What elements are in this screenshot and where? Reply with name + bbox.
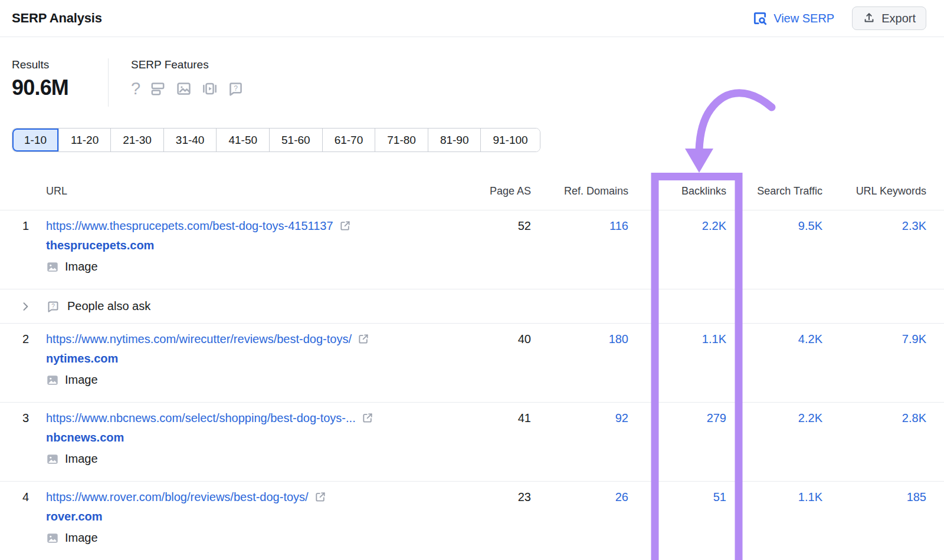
result-domain-link[interactable]: nytimes.com (46, 352, 118, 365)
row-rank: 2 (0, 324, 34, 346)
page-as-value: 52 (454, 210, 531, 233)
result-domain-link[interactable]: nbcnews.com (46, 431, 124, 444)
image-feature-icon (46, 453, 59, 466)
backlinks-value[interactable]: 1.1K (628, 324, 726, 346)
page-tab-81-90[interactable]: 81-90 (428, 129, 481, 151)
search-traffic-value[interactable]: 2.2K (726, 403, 822, 425)
image-feature-label: Image (65, 452, 98, 466)
column-header-page-as: Page AS (454, 185, 531, 197)
result-url-link[interactable]: https://www.nytimes.com/wirecutter/revie… (46, 332, 352, 346)
external-link-icon[interactable] (358, 333, 369, 345)
search-traffic-value[interactable]: 1.1K (726, 482, 822, 504)
export-label: Export (881, 12, 916, 25)
image-feature-label: Image (65, 373, 98, 387)
result-url-link[interactable]: https://www.thesprucepets.com/best-dog-t… (46, 219, 333, 233)
page-tab-91-100[interactable]: 91-100 (480, 129, 539, 151)
external-link-icon[interactable] (339, 220, 351, 232)
column-header-ref-domains: Ref. Domains (531, 185, 628, 197)
row-rank: 4 (0, 482, 34, 504)
image-pack-icon (175, 80, 192, 97)
serp-features-block: SERP Features ? (109, 58, 244, 107)
image-feature-label: Image (65, 531, 98, 545)
image-feature-icon (46, 261, 59, 274)
view-serp-label: View SERP (773, 12, 834, 25)
page-title: SERP Analysis (12, 11, 102, 26)
top-bar-actions: View SERP Export (752, 6, 926, 30)
view-serp-icon (752, 11, 768, 26)
people-also-ask-icon: ? (227, 80, 244, 97)
external-link-icon[interactable] (362, 412, 373, 424)
search-traffic-value[interactable]: 4.2K (726, 324, 822, 346)
result-url-link[interactable]: https://www.rover.com/blog/reviews/best-… (46, 490, 309, 504)
export-button[interactable]: Export (852, 6, 926, 30)
ref-domains-value[interactable]: 116 (531, 210, 628, 233)
page-tab-51-60[interactable]: 51-60 (269, 129, 322, 151)
page-tab-11-20[interactable]: 11-20 (58, 129, 110, 151)
annotation-arrowhead (685, 149, 713, 173)
external-link-icon[interactable] (314, 491, 326, 503)
serp-analysis-page: SERP Analysis View SERP (0, 0, 944, 560)
page-as-value: 40 (454, 324, 531, 346)
page-tab-61-70[interactable]: 61-70 (322, 129, 375, 151)
results-label: Results (12, 58, 108, 71)
row-rank: 1 (0, 210, 34, 233)
backlinks-value[interactable]: 51 (628, 482, 726, 504)
serp-pagination: 1-10 11-20 21-30 31-40 41-50 51-60 61-70… (12, 128, 540, 152)
url-keywords-value[interactable]: 7.9K (822, 324, 944, 346)
table-row: 2 https://www.nytimes.com/wirecutter/rev… (0, 324, 944, 403)
svg-text:?: ? (234, 84, 238, 92)
page-tab-31-40[interactable]: 31-40 (163, 129, 217, 151)
result-domain-link[interactable]: thesprucepets.com (46, 239, 154, 252)
ref-domains-value[interactable]: 180 (531, 324, 628, 346)
image-feature-label: Image (65, 260, 98, 274)
result-url-link[interactable]: https://www.nbcnews.com/select/shopping/… (46, 411, 356, 425)
row-rank: 3 (0, 403, 34, 425)
table-header-row: URL Page AS Ref. Domains Backlinks Searc… (0, 172, 944, 210)
ref-domains-value[interactable]: 92 (531, 403, 628, 425)
results-value: 90.6M (12, 75, 108, 100)
serp-features-icons: ? (131, 79, 244, 98)
chevron-right-icon[interactable] (19, 301, 31, 312)
backlinks-value[interactable]: 279 (628, 403, 726, 425)
featured-snippet-icon (149, 80, 166, 97)
page-tab-41-50[interactable]: 41-50 (216, 129, 269, 151)
results-block: Results 90.6M (12, 58, 108, 107)
result-domain-link[interactable]: rover.com (46, 510, 103, 523)
svg-text:?: ? (51, 302, 55, 309)
top-bar: SERP Analysis View SERP (0, 0, 944, 37)
question-bubble-icon: ? (46, 299, 60, 314)
serp-features-label: SERP Features (131, 58, 244, 71)
table-row: 1 https://www.thesprucepets.com/best-dog… (0, 210, 944, 289)
table-row: 4 https://www.rover.com/blog/reviews/bes… (0, 482, 944, 560)
image-feature-icon (46, 374, 59, 387)
backlinks-value[interactable]: 2.2K (628, 210, 726, 233)
url-keywords-value[interactable]: 2.3K (822, 210, 944, 233)
page-as-value: 23 (454, 482, 531, 504)
video-icon (201, 80, 218, 97)
page-tab-21-30[interactable]: 21-30 (110, 129, 163, 151)
search-traffic-value[interactable]: 9.5K (726, 210, 822, 233)
image-feature-icon (46, 532, 59, 545)
page-as-value: 41 (454, 403, 531, 425)
column-header-url-keywords: URL Keywords (822, 185, 944, 197)
export-icon (863, 12, 876, 25)
column-header-url: URL (34, 185, 454, 197)
view-serp-button[interactable]: View SERP (752, 11, 834, 26)
table-row: 3 https://www.nbcnews.com/select/shoppin… (0, 403, 944, 482)
page-tab-1-10[interactable]: 1-10 (12, 129, 58, 151)
question-icon: ? (131, 80, 140, 97)
url-keywords-value[interactable]: 185 (822, 482, 944, 504)
people-also-ask-label: People also ask (67, 299, 150, 313)
column-header-search-traffic: Search Traffic (726, 185, 822, 197)
serp-results-table: URL Page AS Ref. Domains Backlinks Searc… (0, 172, 944, 560)
url-keywords-value[interactable]: 2.8K (822, 403, 944, 425)
people-also-ask-row[interactable]: ? People also ask (0, 289, 944, 324)
summary-section: Results 90.6M SERP Features ? (0, 37, 944, 107)
ref-domains-value[interactable]: 26 (531, 482, 628, 504)
page-tab-71-80[interactable]: 71-80 (375, 129, 428, 151)
column-header-backlinks: Backlinks (628, 185, 726, 197)
